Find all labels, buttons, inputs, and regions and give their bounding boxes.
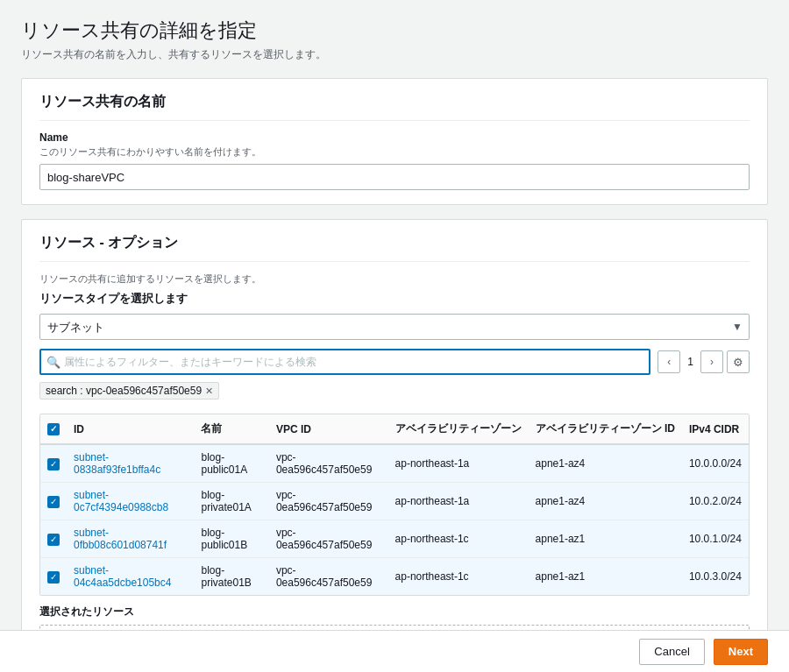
row-name-0: blog-public01A [194, 444, 268, 483]
next-button[interactable]: Next [714, 639, 768, 665]
row-azid-3: apne1-az1 [529, 558, 682, 596]
row-checkbox-0[interactable] [47, 458, 60, 470]
row-name-3: blog-private01B [194, 558, 268, 596]
table-row: subnet-04c4aa5dcbe105bc4 blog-private01B… [40, 558, 749, 596]
name-section-title: リソース共有の名前 [39, 93, 750, 121]
row-vpc-3: vpc-0ea596c457af50e59 [269, 558, 388, 596]
active-filter-tag: search : vpc-0ea596c457af50e59 ✕ [39, 382, 750, 407]
resource-type-label: リソースタイプを選択します [39, 291, 750, 307]
row-checkbox-2[interactable] [47, 534, 60, 546]
table-settings-button[interactable]: ⚙ [727, 350, 750, 373]
next-page-button[interactable]: › [700, 350, 723, 373]
resources-section: リソース - オプション リソースの共有に追加するリソースを選択します。 リソー… [21, 219, 768, 672]
row-checkbox-3[interactable] [47, 571, 60, 584]
table-row: subnet-0c7cf4394e0988cb8 blog-private01A… [40, 483, 749, 520]
row-name-2: blog-public01B [194, 520, 268, 558]
col-header-vpc: VPC ID [269, 414, 388, 444]
row-az-3: ap-northeast-1c [388, 558, 529, 596]
col-header-az: アベイラビリティーゾーン [388, 414, 529, 444]
page-number: 1 [684, 356, 697, 368]
filter-tag-close[interactable]: ✕ [205, 386, 213, 396]
row-az-1: ap-northeast-1a [388, 483, 529, 520]
row-checkbox-1[interactable] [47, 496, 60, 508]
selected-resources-label: 選択されたリソース [39, 605, 750, 619]
name-field-label: Name [39, 131, 750, 144]
name-section: リソース共有の名前 Name このリソース共有にわかりやすい名前を付けます。 [21, 78, 768, 205]
resource-type-select[interactable]: サブネット [39, 314, 750, 340]
col-header-az-id: アベイラビリティーゾーン ID [529, 414, 682, 444]
row-cidr-2: 10.0.1.0/24 [682, 520, 749, 558]
filter-row: 🔍 ‹ 1 › ⚙ [39, 349, 750, 375]
row-id-3: subnet-04c4aa5dcbe105bc4 [67, 558, 194, 596]
resources-subtitle: リソースの共有に追加するリソースを選択します。 [39, 272, 750, 286]
resources-table: ID 名前 VPC ID アベイラビリティーゾーン アベイラビリティーゾーン I… [40, 414, 749, 595]
name-field-hint: このリソース共有にわかりやすい名前を付けます。 [39, 145, 750, 159]
row-az-2: ap-northeast-1c [388, 520, 529, 558]
row-cidr-3: 10.0.3.0/24 [682, 558, 749, 596]
filter-tag-text: search : vpc-0ea596c457af50e59 [46, 385, 202, 397]
row-azid-2: apne1-az1 [529, 520, 682, 558]
col-header-cidr: IPv4 CIDR [682, 414, 749, 444]
row-vpc-2: vpc-0ea596c457af50e59 [269, 520, 388, 558]
row-vpc-0: vpc-0ea596c457af50e59 [269, 444, 388, 483]
resources-table-wrap: ID 名前 VPC ID アベイラビリティーゾーン アベイラビリティーゾーン I… [39, 414, 750, 596]
row-az-0: ap-northeast-1a [388, 444, 529, 483]
row-name-1: blog-private01A [194, 483, 268, 520]
page-title: リソース共有の詳細を指定 [21, 18, 768, 44]
table-row: subnet-0fbb08c601d08741f blog-public01B … [40, 520, 749, 558]
search-filter-input[interactable] [64, 356, 643, 368]
select-all-checkbox[interactable] [47, 423, 60, 435]
name-input[interactable] [39, 164, 750, 190]
col-header-name: 名前 [194, 414, 268, 444]
row-cidr-0: 10.0.0.0/24 [682, 444, 749, 483]
row-azid-1: apne1-az4 [529, 483, 682, 520]
row-vpc-1: vpc-0ea596c457af50e59 [269, 483, 388, 520]
row-cidr-1: 10.0.2.0/24 [682, 483, 749, 520]
resources-section-title: リソース - オプション [39, 234, 750, 262]
row-id-0: subnet-0838af93fe1bffa4c [67, 444, 194, 483]
cancel-button[interactable]: Cancel [639, 639, 704, 665]
pagination-controls: ‹ 1 › ⚙ [658, 350, 750, 373]
prev-page-button[interactable]: ‹ [658, 350, 680, 373]
search-icon: 🔍 [46, 356, 60, 369]
table-row: subnet-0838af93fe1bffa4c blog-public01A … [40, 444, 749, 483]
page-subtitle: リソース共有の名前を入力し、共有するリソースを選択します。 [21, 47, 768, 62]
row-id-2: subnet-0fbb08c601d08741f [67, 520, 194, 558]
col-header-id: ID [67, 414, 194, 444]
search-filter-wrap: 🔍 [39, 349, 650, 375]
row-azid-0: apne1-az4 [529, 444, 682, 483]
bottom-bar: Cancel Next [0, 630, 789, 672]
resource-type-select-container: サブネット ▼ [39, 314, 750, 340]
row-id-1: subnet-0c7cf4394e0988cb8 [67, 483, 194, 520]
